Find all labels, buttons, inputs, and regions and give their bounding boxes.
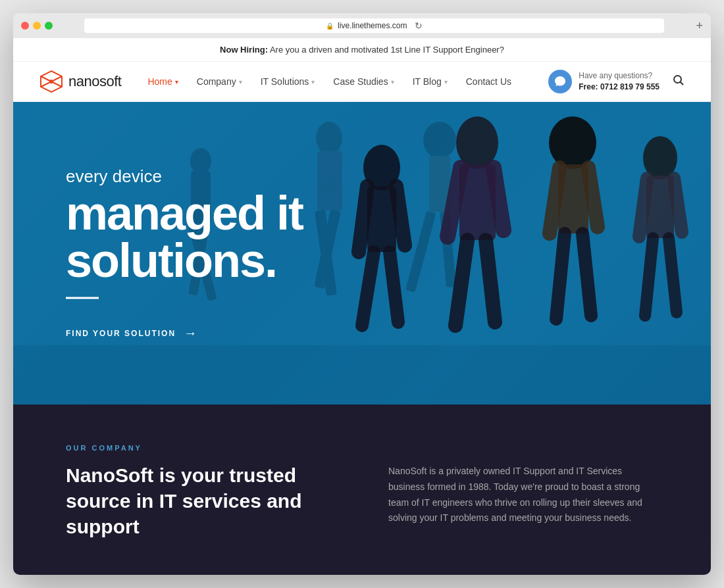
svg-point-4: [674, 76, 681, 83]
nav-contact-us[interactable]: Contact Us: [466, 76, 511, 87]
svg-line-36: [588, 168, 598, 227]
svg-line-31: [455, 240, 467, 326]
top-banner: Now Hiring: Are you a driven and motivat…: [13, 38, 711, 62]
svg-line-32: [486, 240, 495, 322]
svg-line-29: [448, 168, 461, 237]
nav-case-studies[interactable]: Case Studies ▾: [333, 76, 394, 87]
svg-line-42: [674, 178, 682, 232]
svg-point-3: [49, 80, 53, 84]
logo[interactable]: nanosoft: [39, 70, 121, 93]
chat-block: Have any questions? Free: 0712 819 79 55…: [548, 70, 659, 93]
logo-text: nanosoft: [68, 73, 121, 90]
svg-line-30: [494, 168, 504, 230]
maximize-button[interactable]: [45, 22, 53, 30]
search-button[interactable]: [673, 74, 685, 89]
browser-chrome: 🔒 live.linethemes.com ↻ +: [13, 13, 711, 38]
address-bar[interactable]: 🔒 live.linethemes.com ↻: [84, 18, 664, 33]
company-section: OUR COMPANY NanoSoft is your trusted sou…: [13, 404, 711, 575]
company-title: NanoSoft is your trusted source in IT se…: [66, 462, 336, 539]
hero-title: managed it solutions.: [66, 189, 408, 284]
company-section-label: OUR COMPANY: [66, 444, 336, 452]
main-nav: Home ▾ Company ▾ IT Solutions ▾ Case Stu…: [147, 76, 548, 87]
nav-it-blog[interactable]: IT Blog ▾: [413, 76, 448, 87]
hero-cta-button[interactable]: FIND YOUR SOLUTION →: [66, 326, 408, 341]
blog-chevron-icon: ▾: [444, 78, 448, 86]
hero-subtitle: every device: [66, 166, 408, 187]
nav-company[interactable]: Company ▾: [197, 76, 242, 87]
url-text: live.linethemes.com: [338, 21, 407, 30]
hero-section: every device managed it solutions. FIND …: [13, 102, 711, 404]
svg-line-5: [681, 82, 684, 85]
hero-divider: [66, 297, 99, 299]
company-left: OUR COMPANY NanoSoft is your trusted sou…: [66, 444, 336, 539]
cta-arrow-icon: →: [184, 326, 198, 341]
company-description: NanoSoft is a privately owned IT Support…: [388, 444, 658, 526]
header-right: Have any questions? Free: 0712 819 79 55…: [548, 70, 685, 93]
browser-window: 🔒 live.linethemes.com ↻ + Now Hiring: Ar…: [13, 13, 711, 575]
nav-home[interactable]: Home ▾: [147, 76, 178, 87]
minimize-button[interactable]: [33, 22, 41, 30]
svg-line-35: [550, 168, 559, 233]
lock-icon: 🔒: [326, 22, 334, 30]
traffic-lights: [21, 22, 53, 30]
phone-number: 0712 819 79 555: [600, 82, 659, 91]
header: nanosoft Home ▾ Company ▾ IT Solutions ▾…: [13, 62, 711, 102]
hiring-label: Now Hiring:: [220, 45, 268, 55]
chat-text: Have any questions? Free: 0712 819 79 55…: [579, 70, 659, 93]
svg-line-38: [582, 233, 591, 316]
svg-line-41: [639, 178, 647, 237]
new-tab-button[interactable]: +: [696, 19, 703, 33]
chat-icon[interactable]: [548, 70, 572, 93]
logo-icon: [39, 70, 63, 93]
svg-line-37: [556, 233, 565, 319]
svg-line-43: [645, 238, 653, 316]
case-studies-chevron-icon: ▾: [391, 78, 394, 86]
refresh-button[interactable]: ↻: [415, 20, 423, 31]
hiring-text: Are you a driven and motivated 1st Line …: [270, 45, 504, 55]
hero-content: every device managed it solutions. FIND …: [66, 166, 408, 341]
cta-label: FIND YOUR SOLUTION: [66, 328, 176, 337]
close-button[interactable]: [21, 22, 29, 30]
nav-it-solutions[interactable]: IT Solutions ▾: [261, 76, 315, 87]
svg-line-44: [669, 238, 677, 312]
solutions-chevron-icon: ▾: [311, 78, 315, 86]
chat-phone: Free: 0712 819 79 555: [579, 82, 659, 93]
page-content: Now Hiring: Are you a driven and motivat…: [13, 38, 711, 575]
chat-label: Have any questions?: [579, 70, 659, 82]
home-chevron-icon: ▾: [175, 78, 178, 86]
free-label: Free:: [579, 82, 598, 91]
company-chevron-icon: ▾: [239, 78, 242, 86]
